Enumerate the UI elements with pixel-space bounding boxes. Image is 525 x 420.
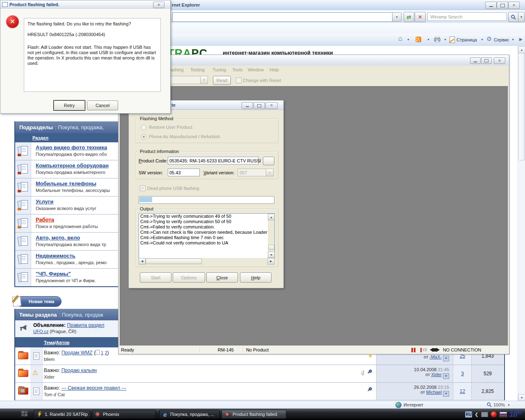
section-link[interactable]: Работа [36,217,54,223]
taskbar-item-phoenix[interactable]: Phoenix [92,410,156,419]
section-link[interactable]: Компьютерное оборудован [36,162,109,169]
section-link[interactable]: Услуги [36,199,53,205]
topic-column-link[interactable]: Тема [44,340,55,345]
taskbar-item-flashing-failed[interactable]: Product flashing failed. [221,410,286,419]
section-link[interactable]: Авто, мото, вело [36,235,80,241]
topic-link[interactable]: Продаю кальян [62,368,97,373]
goto-lastpost-icon[interactable]: » [443,391,449,397]
topic-link[interactable]: --- Свежая версия правил --- [62,385,127,391]
print-dropdown[interactable]: ▼ [444,38,447,41]
output-vscrollbar[interactable]: ▲ ▼ [268,214,274,257]
phoenix-minimize-button[interactable] [470,57,481,64]
announcement-link[interactable]: Правила раздел [67,322,104,328]
new-topic-button[interactable]: Новая тема [16,296,62,307]
phoenix-status-bar: Ready RM-145 No Product E∃ NO CONNECTION [119,345,509,354]
language-indicator[interactable]: RU [465,411,472,418]
flash-minimize-button[interactable] [242,102,253,109]
phoenix-maximize-button[interactable] [481,57,492,64]
network-icon[interactable] [481,412,488,417]
scroll-thumb[interactable] [518,53,525,160]
section-link[interactable]: Мобильные телефоны [36,180,96,187]
stop-button[interactable]: ✕ [415,12,426,22]
gear-icon[interactable]: ⚙ [486,35,492,43]
ie-maximize-button[interactable] [497,2,508,9]
forum-topics-table: Важно: Продам WMZ ( 1 2) bllem ★ 10.04.2… [14,347,505,400]
goto-lastpost-icon[interactable]: » [443,373,449,379]
tray-collapse-chevron[interactable]: ❮ [475,412,478,417]
close-button[interactable]: Close [206,272,238,283]
error-dialog-title-bar[interactable]: Product flashing failed. ✕ [0,0,170,9]
output-listbox[interactable]: Cmt->Trying to verify communication 49 o… [139,213,275,258]
output-vscroll-thumb[interactable] [268,245,274,250]
new-topic-icon [11,295,23,307]
ie-close-button[interactable]: ✕ [508,2,520,9]
page-menu-dropdown[interactable]: ▼ [481,38,484,41]
home-dropdown[interactable]: ▼ [407,38,410,41]
flash-tool-tray-icon[interactable] [491,411,497,418]
rss-dropdown[interactable]: ▼ [427,38,430,41]
ie-minimize-button[interactable] [485,2,497,9]
lastpost-user-link[interactable]: -MaX- [429,354,442,359]
chevron-more-icon[interactable]: ▶ [519,37,523,41]
topic-replies-link[interactable]: 3 [461,371,464,377]
output-scroll-left[interactable]: ◀ [139,258,146,265]
menu-tools[interactable]: Tools [232,67,243,72]
flash-close-button[interactable]: ✕ [265,102,278,109]
sections-column-link[interactable]: Раздел [32,135,48,140]
lastpost-user-link[interactable]: Michael [426,390,442,395]
home-icon[interactable]: ⌂ [398,35,402,42]
address-dropdown-button[interactable]: ▼ [392,12,402,22]
section-link[interactable]: Недвижимость [36,253,75,259]
taskbar-item-ie[interactable]: e Покупка, продажа, ... [159,410,220,419]
output-scroll-down[interactable]: ▼ [268,251,275,258]
phoenix-close-button[interactable]: ✕ [494,57,505,64]
output-hscrollbar[interactable]: ◀ ▶ [139,258,274,264]
ie-window-title: rnet Explorer [172,2,200,7]
page-icon[interactable] [450,37,455,43]
tools-menu-label[interactable]: Сервис [494,37,509,42]
flash-maximize-button[interactable] [253,102,265,109]
menu-help[interactable]: Help [269,67,279,72]
help-button[interactable]: Help [240,272,272,283]
cancel-button[interactable]: Cancel [87,100,118,110]
topic-link[interactable]: Продам WMZ [62,350,93,356]
sw-version-field[interactable]: 05.43 [168,169,200,176]
output-scroll-up[interactable]: ▲ [268,214,275,220]
scroll-up-arrow[interactable]: ▲ [518,46,525,53]
tools-menu-dropdown[interactable]: ▼ [511,38,514,41]
page-menu-label[interactable]: Страница [457,37,477,42]
author-column-link[interactable]: Автор [56,340,69,345]
rss-icon[interactable] [415,37,421,42]
section-link[interactable]: "ЧП, Фирмы" [36,271,71,277]
taskbar-item-ranetki[interactable]: 1. Ranetki 20 SATRip ... [34,410,90,419]
address-bar[interactable] [172,12,393,22]
search-options-button[interactable]: ▼ [518,12,525,22]
menu-testing[interactable]: Testing [190,67,205,72]
russian-flag-icon[interactable] [500,412,507,417]
error-dialog-close-button[interactable]: ✕ [153,2,164,8]
zoom-dropdown[interactable]: ▼ [507,404,510,406]
output-scroll-right[interactable]: ▶ [267,258,274,265]
announcement-author-link[interactable]: UFO.cz [33,329,48,334]
goto-lastpost-icon[interactable]: » [443,356,449,361]
search-input[interactable] [427,12,507,21]
ie-vertical-scrollbar[interactable]: ▲ ▼ [518,46,525,401]
tray-clock[interactable]: 1859 [509,409,522,419]
section-link[interactable]: Аудио видео фото техника [36,144,107,151]
menu-window[interactable]: Window [248,67,264,72]
search-button[interactable] [508,12,518,22]
refresh-button[interactable]: ⇄ [404,12,414,22]
phoenix-title-bar[interactable]: ✕ [119,55,509,66]
print-icon[interactable] [434,37,441,43]
dead-phone-usb-label: Dead phone USB flashing [147,186,199,191]
topic-page-link[interactable]: 1 [101,350,103,355]
retry-button[interactable]: Retry [54,100,85,110]
output-hscroll-thumb[interactable] [146,258,202,264]
topic-replies-link[interactable]: 12 [460,388,465,394]
menu-tuning[interactable]: Tuning [212,67,226,72]
zoom-level[interactable]: 100% [493,402,505,407]
product-code-field[interactable]: 0535435: RM-145 6233 EURO-E CTV RUSSI [168,157,259,164]
start-button[interactable] [20,410,32,418]
lastpost-user-link[interactable]: Xider [431,372,442,377]
scroll-down-arrow[interactable]: ▼ [518,394,525,401]
